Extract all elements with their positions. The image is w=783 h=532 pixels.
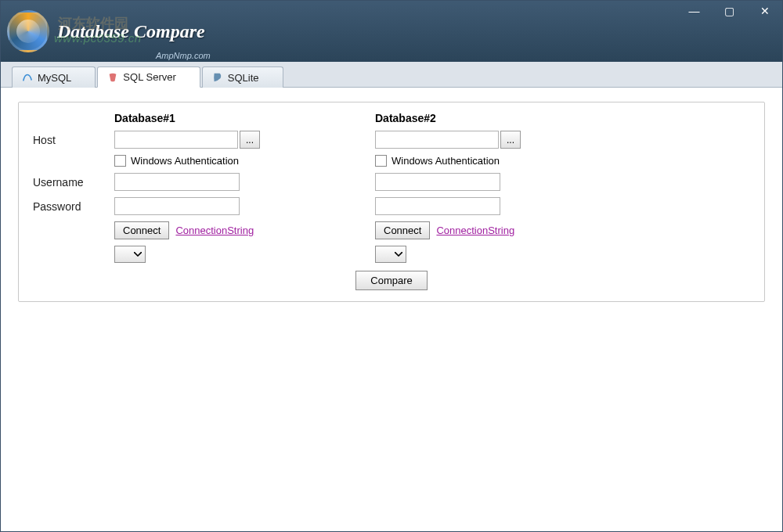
sqlserver-icon [107,72,118,83]
username-label: Username [33,176,111,189]
app-logo-icon [7,10,49,52]
app-window: Database Compare AmpNmp.com www.pc0359.c… [0,0,783,532]
db1-database-select[interactable] [114,246,146,263]
db2-winauth-label: Windows Authentication [392,155,500,167]
mysql-icon [22,72,33,83]
db2-host-browse-button[interactable]: ... [500,131,521,149]
db2-connectionstring-link[interactable]: ConnectionString [436,225,514,236]
chevron-down-icon [395,252,402,257]
sqlite-icon [212,72,223,83]
close-button[interactable]: ✕ [747,1,782,21]
chevron-down-icon [134,252,142,257]
compare-button[interactable]: Compare [355,271,427,290]
tab-mysql[interactable]: MySQL [12,66,96,88]
host-label: Host [33,134,111,146]
tab-label: MySQL [38,72,71,84]
db1-host-browse-button[interactable]: ... [240,131,260,149]
tab-sqlite[interactable]: SQLite [202,66,283,88]
db1-winauth-checkbox[interactable] [114,155,126,167]
tab-sqlserver[interactable]: SQL Server [97,66,200,88]
form-panel: Database#1 Database#2 Host ... ... Windo… [18,102,765,302]
tab-label: SQL Server [123,71,175,83]
window-controls: — ▢ ✕ [677,1,782,62]
db1-username-input[interactable] [114,173,240,191]
app-subtitle: AmpNmp.com [156,51,211,60]
tab-label: SQLite [228,72,259,84]
db1-host-input[interactable] [114,131,238,149]
maximize-button[interactable]: ▢ [712,1,747,21]
tabs-row: MySQL SQL Server SQLite [1,62,782,88]
content-area: Database#1 Database#2 Host ... ... Windo… [1,88,782,531]
db2-header: Database#2 [375,112,554,124]
db1-winauth-label: Windows Authentication [131,155,239,167]
app-title: Database Compare [57,21,205,42]
db2-host-input[interactable] [375,131,499,149]
minimize-button[interactable]: — [677,1,712,21]
db2-password-input[interactable] [375,197,500,215]
db2-database-select[interactable] [375,246,406,263]
password-label: Password [33,200,111,213]
db1-password-input[interactable] [114,197,240,215]
titlebar: Database Compare AmpNmp.com www.pc0359.c… [1,1,782,62]
db1-connectionstring-link[interactable]: ConnectionString [175,225,254,236]
db1-connect-button[interactable]: Connect [114,221,169,239]
db2-username-input[interactable] [375,173,500,191]
db2-connect-button[interactable]: Connect [375,221,430,239]
db2-winauth-checkbox[interactable] [375,155,387,167]
db1-header: Database#1 [114,112,372,124]
